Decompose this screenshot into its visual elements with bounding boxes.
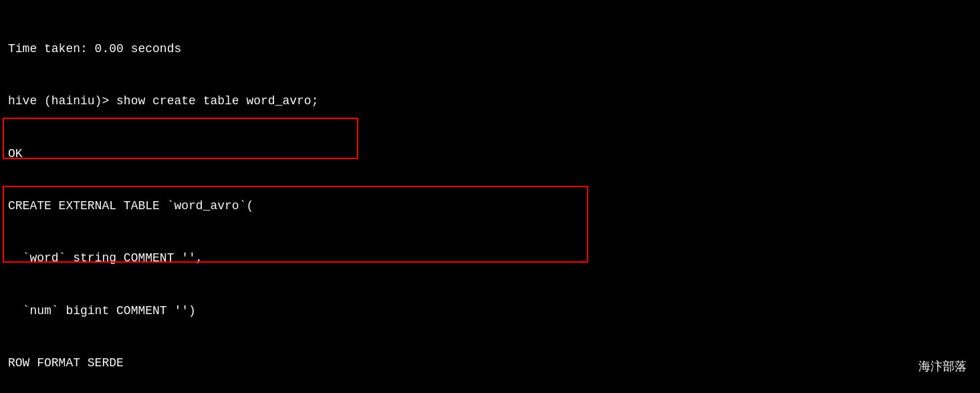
terminal-line-4: CREATE EXTERNAL TABLE `word_avro`( [8,197,972,215]
terminal-output: Time taken: 0.00 seconds hive (hainiu)> … [8,5,972,393]
terminal-line-2: hive (hainiu)> show create table word_av… [8,92,972,110]
terminal-line-6: `num` bigint COMMENT '') [8,302,972,319]
terminal-line-5: `word` string COMMENT '', [8,249,972,267]
terminal-line-7: ROW FORMAT SERDE [8,354,972,372]
terminal-line-3: OK [8,145,972,162]
terminal-line-1: Time taken: 0.00 seconds [8,40,972,57]
watermark: 海汴部落 [918,358,967,374]
